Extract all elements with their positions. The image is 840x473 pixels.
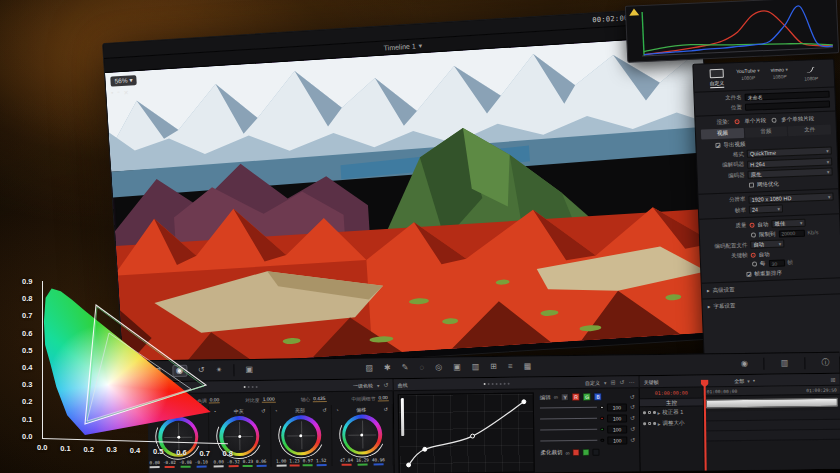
wheel-value[interactable]: 1.23 [289, 458, 299, 466]
track-enable-dot[interactable] [643, 422, 646, 425]
param-pivot[interactable]: 轴心0.435 [301, 396, 327, 402]
viewer-tool-icon-1[interactable]: ▪ [111, 90, 114, 97]
softclip-link-icon[interactable]: ∞ [565, 450, 569, 456]
render-multi-radio[interactable] [771, 117, 776, 122]
softclip-r-button[interactable] [573, 449, 580, 456]
wheels-reset-icon[interactable]: ↺ [384, 381, 389, 388]
color-wheel-3[interactable] [342, 414, 382, 454]
export-video-checkbox[interactable]: ✓ [715, 142, 720, 147]
curve-point[interactable] [471, 434, 475, 438]
preset-vimeo[interactable]: vimeo ▾ 1080P [763, 66, 795, 80]
framerate-select[interactable]: 24▾ [749, 204, 783, 213]
slider-value[interactable]: 100 [607, 414, 627, 422]
palette-icon-magicmask[interactable]: ▣ [453, 363, 461, 371]
wheel-mode-icon[interactable]: ◔ [213, 408, 216, 414]
palette-icon-qualifier[interactable]: ✎ [402, 364, 409, 372]
wheel-value[interactable]: -0.10 [195, 460, 208, 468]
palette-icon-key[interactable]: ⊞ [490, 363, 497, 371]
wheel-mode-icon[interactable]: ◔ [336, 407, 339, 413]
subtitle-settings-row[interactable]: ▸ 字幕设置 [708, 298, 838, 310]
preset-custom[interactable]: 自定义 [701, 68, 733, 88]
color-wheel-0[interactable] [158, 417, 198, 457]
slider-value[interactable]: 100 [607, 403, 627, 411]
wheel-reset-icon[interactable]: ↺ [384, 406, 388, 412]
channel-b-button[interactable]: B [594, 393, 602, 401]
channel-slider[interactable] [540, 407, 597, 409]
channel-slider[interactable] [540, 418, 597, 420]
curves-expand-icon[interactable]: ⊞ [610, 379, 615, 386]
channel-r-button[interactable]: R [572, 393, 580, 401]
preset-youtube[interactable]: YouTube ▾ 1080P [732, 67, 764, 81]
network-opt-checkbox[interactable]: ✓ [749, 182, 754, 187]
slider-handle[interactable] [601, 427, 605, 431]
render-multi-label[interactable]: 多个单独片段 [781, 115, 814, 123]
curve-point[interactable] [522, 400, 526, 404]
encoder-select[interactable]: 原生▾ [747, 168, 832, 179]
curve-point[interactable] [407, 463, 411, 467]
viewer-zoom-select[interactable]: 56% ▾ [110, 75, 137, 87]
track-row-sizing[interactable]: ▸ 调整大小 [640, 417, 703, 429]
wheel-reset-icon[interactable]: ↺ [261, 408, 265, 414]
tab-audio[interactable]: 音频 [744, 126, 787, 138]
channels-reset-icon[interactable]: ↺ [630, 393, 635, 400]
palette-icon-motion[interactable]: ▣ [245, 366, 253, 374]
curves-preset[interactable]: 自定义 [585, 379, 600, 385]
wheel-value[interactable]: 0.97 [303, 458, 313, 466]
slider-handle[interactable] [600, 405, 604, 409]
softclip-b-button[interactable] [593, 449, 600, 456]
wheel-value[interactable]: 1.52 [316, 458, 326, 466]
preset-twitter[interactable]: 1080P [795, 65, 827, 82]
wheels-page-dots[interactable] [243, 385, 257, 387]
wheel-value[interactable]: 47.84 [340, 458, 353, 466]
wheel-value[interactable]: 0.06 [256, 459, 266, 467]
param-contrast[interactable]: 对比度1.000 [245, 396, 275, 402]
palette-icon-warper[interactable]: ✱ [384, 364, 391, 372]
wheel-reset-icon[interactable]: ↺ [322, 407, 326, 413]
palette-icon-tracker[interactable]: ◎ [435, 364, 442, 372]
wheel-mode-icon[interactable]: ◔ [274, 408, 277, 414]
palette-icon-wheels[interactable]: ▧ [153, 367, 161, 375]
keyframes-timeline[interactable]: 01:00:00:00 01:00:29:50 [704, 386, 840, 471]
resolution-select[interactable]: 1920 x 1080 HD▾ [748, 192, 833, 203]
wheel-value[interactable]: 0.23 [243, 459, 253, 467]
keyframes-expand-icon[interactable]: ⊞ [831, 376, 836, 383]
palette-icon-hdr[interactable]: ↺ [198, 367, 205, 375]
slider-value[interactable]: 100 [607, 425, 627, 433]
viewer-tool-icon-3[interactable]: ✕ [123, 89, 128, 96]
wheel-value[interactable]: 0.00 [213, 459, 223, 467]
tab-video[interactable]: 视频 [701, 127, 744, 139]
tab-file[interactable]: 文件 [788, 124, 831, 136]
viewer-tool-icon-2[interactable]: ▫ [117, 89, 120, 96]
color-wheel-2[interactable] [281, 415, 321, 455]
gallery-icon[interactable]: ◉ [741, 360, 748, 368]
wheel-value[interactable]: -0.32 [227, 459, 240, 467]
track-expand-icon[interactable]: ▸ [658, 420, 661, 426]
slider-reset-icon[interactable]: ↺ [630, 414, 635, 421]
lock-icon[interactable] [648, 422, 652, 426]
curve-editor[interactable] [398, 393, 535, 473]
keyframes-frames-input[interactable]: 30 [768, 259, 784, 267]
wheel-value[interactable]: 1.00 [276, 459, 286, 467]
scopes-icon[interactable]: ▥ [781, 359, 789, 367]
timeline-dropdown-icon[interactable]: ▾ [418, 42, 422, 49]
wheel-mode-icon[interactable]: ◔ [152, 409, 155, 415]
curves-page-dots[interactable] [483, 382, 509, 384]
channel-y-button[interactable]: Y [561, 393, 569, 401]
wheel-value[interactable]: 40.96 [372, 457, 385, 465]
wheel-value[interactable]: 16.29 [356, 458, 369, 466]
quality-limit-input[interactable]: 20000 [778, 229, 804, 237]
color-wheel-1[interactable] [219, 416, 259, 456]
param-temp[interactable]: 色温0.0 [152, 397, 172, 403]
profile-select[interactable]: 自动▾ [750, 239, 784, 248]
keyframes-every-radio[interactable] [752, 262, 757, 267]
slider-reset-icon[interactable]: ↺ [630, 403, 635, 410]
lock-icon[interactable] [647, 411, 651, 415]
softclip-g-button[interactable] [583, 449, 590, 456]
keyframes-filter-dropdown-icon[interactable]: ▾ [747, 377, 750, 383]
render-single-label[interactable]: 单个片段 [744, 117, 766, 125]
curves-preset-dropdown-icon[interactable]: ▾ [604, 379, 607, 385]
curve-link-icon[interactable]: ∞ [554, 394, 558, 400]
wheels-title-dropdown-icon[interactable]: ▾ [377, 382, 380, 388]
wheel-value[interactable]: 0.00 [150, 460, 160, 468]
quality-best-select[interactable]: 最佳▾ [771, 219, 805, 228]
